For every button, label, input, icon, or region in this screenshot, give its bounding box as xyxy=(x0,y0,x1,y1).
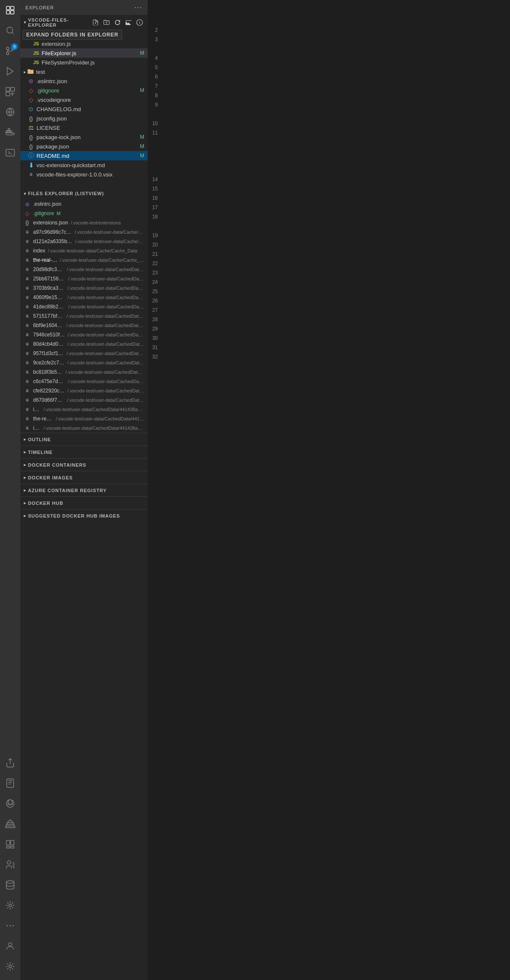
vsix-name: vscode-files-explorer-1.0.0.vsix xyxy=(36,171,148,178)
list-cache1-name: a97c96d98c7c4739_0 xyxy=(33,229,72,235)
activity-more[interactable] xyxy=(0,916,20,936)
activity-team[interactable] xyxy=(0,854,20,875)
vsix-item[interactable]: ≡ vscode-files-explorer-1.0.0.vsix xyxy=(20,170,148,179)
list-eslintrc[interactable]: ⊛ .eslintrc.json xyxy=(20,199,148,209)
list-cached-icon10: ≡ xyxy=(24,350,31,357)
package-lock-item[interactable]: {} package-lock.json M xyxy=(20,132,148,142)
quickstart-item[interactable]: ⬇ vsc-extension-quickstart.md xyxy=(20,160,148,170)
list-index-2[interactable]: ≡ index /.vscode-test/user-data/CachedDa… xyxy=(20,423,148,433)
activity-files[interactable] xyxy=(0,0,20,20)
list-cached-8[interactable]: ≡ 7946ce510f2b4a7a_0 /.vscode-test/user-… xyxy=(20,330,148,339)
extension-js-item[interactable]: JS extension.js xyxy=(20,39,148,48)
activity-pages[interactable] xyxy=(0,834,20,854)
list-cached-12[interactable]: ≡ bc818f3b5ac55ff1_0 /.vscode-test/user-… xyxy=(20,367,148,377)
list-cached-7[interactable]: ≡ 6bf9e160407cb0cf_0 /.vscode-test/user-… xyxy=(20,321,148,330)
list-cached-14[interactable]: ≡ cfe822920cecd343_0 /.vscode-test/user-… xyxy=(20,386,148,395)
activity-settings2[interactable] xyxy=(0,895,20,916)
list-cached7-name: 6bf9e160407cb0cf_0 xyxy=(33,322,64,328)
list-cached3-name: 3703b9ca3a74307f_0 xyxy=(33,285,65,291)
docker-containers-section[interactable]: DOCKER CONTAINERS xyxy=(20,458,148,471)
activity-remote[interactable] xyxy=(0,102,20,122)
activity-terminal[interactable] xyxy=(0,143,20,163)
list-cache-2[interactable]: ≡ d121e2a6335b7510_0 /.vscode-test/user-… xyxy=(20,237,148,246)
files-explorer-listview-header[interactable]: FILES EXPLORER (LISTVIEW) xyxy=(20,188,148,199)
list-cache-1[interactable]: ≡ a97c96d98c7c4739_0 /.vscode-test/user-… xyxy=(20,227,148,237)
line-num-31: 31 xyxy=(148,343,158,352)
refresh-icon[interactable]: Expand Folders in Explorer xyxy=(113,18,122,27)
list-cached-15[interactable]: ≡ d670d66f7b74367f_0 /.vscode-test/user-… xyxy=(20,395,148,405)
list-extensions-path: /.vscode-test/extensions xyxy=(71,220,121,225)
list-cached5-path: /.vscode-test/user-data/CachedData/44143… xyxy=(68,304,144,309)
activity-docker[interactable] xyxy=(0,122,20,143)
outline-section[interactable]: OUTLINE xyxy=(20,433,148,445)
list-cached-13[interactable]: ≡ c6c475e7dd722d31_0 /.vscode-test/user-… xyxy=(20,377,148,386)
activity-github[interactable] xyxy=(0,793,20,814)
line-num-25: 25 xyxy=(148,287,158,296)
list-real-index[interactable]: ≡ the-real-index /.vscode-test/user-data… xyxy=(20,414,148,423)
list-index-1[interactable]: ≡ index /.vscode-test/user-data/CachedDa… xyxy=(20,405,148,414)
readme-item[interactable]: ⓘ README.md M xyxy=(20,151,148,160)
list-cached-1[interactable]: ≡ 20d98dfc3088d8f7_0 /.vscode-test/user-… xyxy=(20,265,148,274)
activity-settings[interactable] xyxy=(0,956,20,977)
list-cached-icon12: ≡ xyxy=(24,369,31,375)
package-json-item[interactable]: {} package.json M xyxy=(20,142,148,151)
list-gitignore[interactable]: ◇ .gitignore M xyxy=(20,209,148,218)
timeline-section[interactable]: TIMELINE xyxy=(20,445,148,458)
list-cached-4[interactable]: ≡ 4060f9e1531942c6_0 /.vscode-test/user-… xyxy=(20,293,148,302)
svg-rect-18 xyxy=(7,779,14,787)
list-cached13-name: c6c475e7dd722d31_0 xyxy=(33,378,65,384)
extension-js-name: extension.js xyxy=(42,41,148,47)
activity-share[interactable] xyxy=(0,753,20,773)
svg-point-6 xyxy=(6,52,9,55)
eslintrc-json-item[interactable]: ⊛ .eslintrc.json xyxy=(20,76,148,86)
jsconfig-icon: {} xyxy=(27,115,35,122)
list-cached6-name: 5715177bfab3da6f_0 xyxy=(33,313,64,319)
list-cached-6[interactable]: ≡ 5715177bfab3da6f_0 /.vscode-test/user-… xyxy=(20,311,148,321)
sidebar-top-bar: EXPLORER ··· xyxy=(20,0,148,15)
list-cache-3[interactable]: ≡ index /.vscode-test/user-data/Cache/Ca… xyxy=(20,246,148,255)
activity-search[interactable] xyxy=(0,20,20,41)
quickstart-name: vsc-extension-quickstart.md xyxy=(36,162,148,168)
activity-notebook[interactable] xyxy=(0,773,20,793)
info-icon[interactable] xyxy=(135,18,144,27)
vscode-files-explorer-header[interactable]: VSCODE-FILES-EXPLORER xyxy=(20,15,148,30)
activity-run[interactable] xyxy=(0,61,20,81)
new-folder-icon[interactable] xyxy=(102,18,111,27)
gitignore-item[interactable]: ◇ .gitignore M xyxy=(20,86,148,95)
suggested-hub-section[interactable]: SUGGESTED DOCKER HUB IMAGES xyxy=(20,509,148,522)
line-num-20: 20 xyxy=(148,240,158,249)
docker-hub-section[interactable]: DOCKER HUB xyxy=(20,496,148,509)
new-file-icon[interactable] xyxy=(91,18,100,27)
list-cached-5[interactable]: ≡ 41dec89b2e36ba24_0 /.vscode-test/user-… xyxy=(20,302,148,311)
line-num-16: 16 xyxy=(148,193,158,203)
list-cached-11[interactable]: ≡ 9ce2cfe2c7263e29_0 /.vscode-test/user-… xyxy=(20,358,148,367)
filesystemprovider-js-item[interactable]: JS FileSystemProvider.js xyxy=(20,58,148,67)
package-json-status: M xyxy=(140,143,144,149)
sidebar-more-button[interactable]: ··· xyxy=(135,4,143,11)
activity-extensions[interactable] xyxy=(0,81,20,102)
list-cached-3[interactable]: ≡ 3703b9ca3a74307f_0 /.vscode-test/user-… xyxy=(20,283,148,293)
collapse-all-icon[interactable] xyxy=(124,18,133,27)
list-extensions-json[interactable]: {} extensions.json /.vscode-test/extensi… xyxy=(20,218,148,227)
list-index1-icon: ≡ xyxy=(24,406,31,413)
activity-deploy[interactable] xyxy=(0,814,20,834)
vscodeignore-item[interactable]: ◇ .vscodeignore xyxy=(20,95,148,104)
test-folder[interactable]: test xyxy=(20,67,148,76)
list-cached2-name: 25bb67156e0dea68_0 xyxy=(33,276,66,282)
list-cached-9[interactable]: ≡ 80d4cb4d024b53cf_0 /.vscode-test/user-… xyxy=(20,339,148,349)
activity-database[interactable] xyxy=(0,875,20,895)
scripts-folder[interactable]: scripts xyxy=(20,30,148,39)
activity-source-control[interactable]: 9 xyxy=(0,41,20,61)
azure-registry-section[interactable]: AZURE CONTAINER REGISTRY xyxy=(20,484,148,496)
activity-account[interactable] xyxy=(0,936,20,956)
explorer-header-icons: Expand Folders in Explorer xyxy=(91,18,144,27)
changelog-item[interactable]: ⊙ CHANGELOG.md xyxy=(20,104,148,114)
docker-images-section[interactable]: DOCKER IMAGES xyxy=(20,471,148,484)
license-item[interactable]: ⚖ LICENSE xyxy=(20,123,148,132)
fileexplorer-js-item[interactable]: JS FileExplorer.js M xyxy=(20,48,148,58)
list-cached-2[interactable]: ≡ 25bb67156e0dea68_0 /.vscode-test/user-… xyxy=(20,274,148,283)
list-cached-icon2: ≡ xyxy=(24,275,31,282)
list-cache-4[interactable]: ≡ the-real-index /.vscode-test/user-data… xyxy=(20,255,148,265)
list-cached-10[interactable]: ≡ 957f1d3cf19e732b_0 /.vscode-test/user-… xyxy=(20,349,148,358)
jsconfig-item[interactable]: {} jsconfig.json xyxy=(20,114,148,123)
